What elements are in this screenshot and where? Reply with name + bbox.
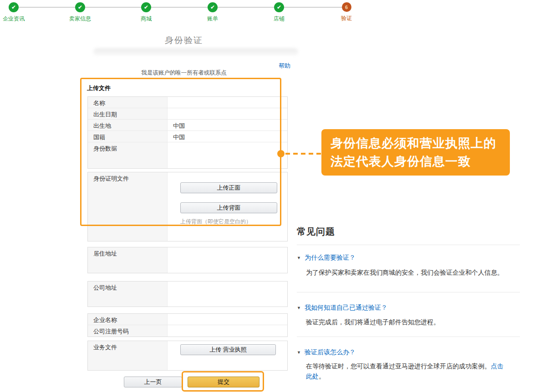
identity-data-table: 名称 出生日期 出生地 中国 国籍 中国 身份数据	[87, 96, 288, 169]
table-row: 身份证明文件 上传正面 上传背面 上传背面（即使它是空白的）	[88, 172, 287, 241]
table-row: 出生地 中国	[88, 120, 287, 131]
step-store: 店铺	[259, 2, 300, 23]
check-circle-icon	[274, 2, 284, 12]
table-row: 居住地址	[88, 247, 287, 273]
previous-page-button[interactable]: 上一页	[124, 377, 182, 387]
table-row: 国籍 中国	[88, 131, 287, 142]
faq-answer-suffix: 。	[319, 372, 325, 380]
field-label-business-document: 业务文件	[88, 341, 168, 370]
current-step-number-badge: 6	[342, 2, 351, 12]
residence-address-table: 居住地址	[87, 247, 288, 273]
field-value-company-name	[168, 314, 287, 325]
faq-answer-text: 在等待验证时，您可以查看通过亚马逊进行全球开店的成功案例。	[306, 362, 491, 370]
upload-back-button[interactable]: 上传背面	[180, 202, 277, 213]
callout-connector-dot	[277, 150, 285, 157]
field-label-identity-data: 身份数据	[88, 142, 168, 168]
step-label: 账单	[192, 15, 233, 23]
field-label-registration-number: 公司注册号码	[88, 325, 168, 337]
field-value-company-address	[168, 281, 287, 307]
step-label: 店铺	[259, 15, 300, 23]
submit-button[interactable]: 提交	[188, 377, 259, 387]
table-row: 公司地址	[88, 281, 287, 307]
faq-answer-after-verification: 在等待验证时，您可以查看通过亚马逊进行全球开店的成功案例。点击此处。	[306, 361, 509, 381]
upload-back-note: 上传背面（即使它是空白的）	[180, 218, 251, 226]
field-value-nationality: 中国	[168, 131, 287, 142]
id-document-upload-area: 上传正面 上传背面 上传背面（即使它是空白的）	[168, 172, 287, 241]
field-label-birthdate: 出生日期	[88, 108, 168, 119]
field-value-birthdate	[168, 108, 287, 119]
field-label-company-address: 公司地址	[88, 281, 168, 307]
company-address-table: 公司地址	[87, 281, 288, 307]
step-billing: 账单	[192, 2, 233, 23]
check-circle-icon	[75, 2, 85, 12]
table-row: 身份数据	[88, 142, 287, 168]
faq-title: 常见问题	[297, 226, 335, 238]
callout-line2: 法定代表人身份信息一致	[331, 152, 501, 171]
field-label-nationality: 国籍	[88, 131, 168, 142]
upload-business-license-button[interactable]: 上传 营业执照	[180, 344, 276, 355]
field-label-name: 名称	[88, 97, 168, 108]
field-label-residence-address: 居住地址	[88, 247, 168, 273]
identity-verification-page: 企业资讯 卖家信息 商城 账单 店铺 6 验证 身份验证 帮助 我是该账户的唯一…	[0, 0, 534, 392]
business-document-upload-area: 上传 营业执照	[168, 341, 287, 370]
field-value-residence-address	[168, 247, 287, 273]
field-value-birthplace: 中国	[168, 120, 287, 131]
identity-document-table: 身份证明文件 上传正面 上传背面 上传背面（即使它是空白的）	[87, 172, 288, 241]
business-document-table: 业务文件 上传 营业执照	[87, 341, 288, 371]
divider	[297, 337, 520, 337]
field-value-registration-number	[168, 325, 287, 337]
company-info-table: 企业名称 公司注册号码	[87, 313, 288, 337]
step-label: 企业资讯	[0, 15, 34, 23]
step-label: 商城	[126, 15, 167, 23]
faq-question-after-verification[interactable]: 验证后该怎么办？	[297, 348, 356, 357]
faq-question-how-know-verified[interactable]: 我如何知道自己已通过验证？	[297, 304, 387, 312]
field-value-name	[168, 97, 287, 108]
step-label: 卖家信息	[60, 15, 101, 23]
step-seller-info: 卖家信息	[60, 2, 101, 23]
check-circle-icon	[141, 2, 151, 12]
field-label-company-name: 企业名称	[88, 314, 168, 325]
field-label-id-document: 身份证明文件	[88, 172, 168, 241]
check-circle-icon	[208, 2, 218, 12]
page-title: 身份验证	[80, 35, 288, 46]
step-label: 验证	[326, 15, 367, 22]
faq-question-why-verify[interactable]: 为什么需要验证？	[297, 254, 356, 262]
faq-answer-why-verify: 为了保护买家和卖家在我们商城的安全，我们会验证企业和个人信息。	[306, 267, 503, 277]
section-title-upload-files: 上传文件	[87, 84, 111, 92]
field-label-birthplace: 出生地	[88, 120, 168, 131]
redacted-blur-strip	[93, 48, 298, 55]
callout-dashed-line	[285, 153, 321, 155]
account-owner-statement: 我是该账户的唯一所有者或联系点	[80, 69, 288, 77]
callout-line1: 身份信息必须和营业执照上的	[331, 134, 501, 152]
step-verification-current: 6 验证	[326, 2, 367, 22]
check-circle-icon	[9, 2, 19, 12]
step-company-info: 企业资讯	[0, 2, 34, 23]
identity-match-callout: 身份信息必须和营业执照上的 法定代表人身份信息一致	[321, 129, 510, 176]
table-row: 名称	[88, 97, 287, 108]
field-value-identity-data	[168, 142, 287, 168]
table-row: 业务文件 上传 营业执照	[88, 341, 287, 370]
table-row: 公司注册号码	[88, 325, 287, 337]
upload-front-button[interactable]: 上传正面	[180, 182, 277, 193]
table-row: 企业名称	[88, 314, 287, 325]
step-marketplace: 商城	[126, 2, 167, 23]
divider	[297, 245, 520, 245]
divider	[297, 292, 520, 292]
table-row: 出生日期	[88, 108, 287, 120]
faq-answer-how-know-verified: 验证完成后，我们将通过电子邮件告知您进程。	[306, 317, 440, 327]
